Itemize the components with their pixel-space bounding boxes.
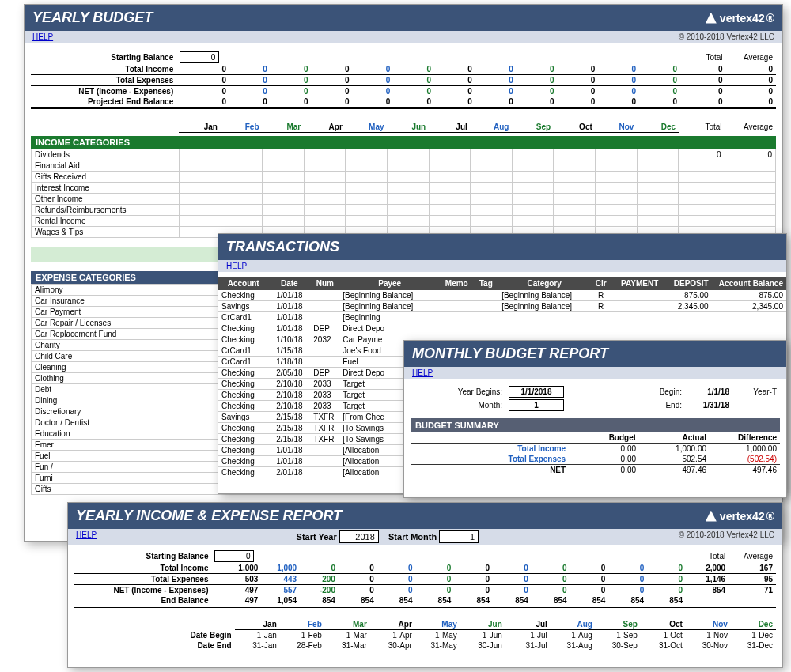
income-category[interactable]: Gifts Received [32,172,180,183]
start-year-input[interactable]: 2018 [339,530,379,543]
budget-summary-header: BUDGET SUMMARY [411,418,780,432]
starting-balance-label: Starting Balance [31,51,176,64]
monthly-title: MONTHLY BUDGET REPORT [412,345,608,362]
yearly-report-sheet: YEARLY INCOME & EXPENSE REPORT vertex42®… [67,502,783,668]
month-input[interactable]: 1 [509,399,564,411]
help-link[interactable]: HELP [404,367,441,379]
help-link[interactable]: HELP [25,31,61,43]
start-month-input[interactable]: 1 [439,530,479,543]
yearly-summary-table: Starting Balance 0 Total Average Total I… [31,51,776,109]
transactions-header: TRANSACTIONS [218,234,786,260]
income-category[interactable]: Other Income [32,194,180,205]
transaction-row[interactable]: Savings1/01/18[Beginning Balance][Beginn… [218,301,786,312]
vertex-logo: vertex42® [706,12,774,25]
transaction-row[interactable]: Checking1/01/18DEPDirect Depo [218,323,786,334]
income-category[interactable]: Rental Income [32,216,180,227]
year-begins-input[interactable]: 1/1/2018 [509,386,564,398]
income-category[interactable]: Interest Income [32,183,180,194]
yearly-report-header: YEARLY INCOME & EXPENSE REPORT vertex42® [68,503,782,529]
yearly-report-summary-table: Starting Balance 0 Total Average Total I… [74,549,776,608]
logo-icon [706,13,717,24]
income-category[interactable]: Refunds/Reimbursements [32,205,180,216]
income-categories-table: Dividends00Financial AidGifts ReceivedIn… [31,149,776,238]
transaction-row[interactable]: CrCard11/01/18[Beginning [218,312,786,323]
help-link[interactable]: HELP [68,529,104,545]
copyright: © 2010-2018 Vertex42 LLC [671,31,782,43]
income-categories-header: INCOME CATEGORIES [31,136,776,149]
help-link[interactable]: HELP [218,260,255,272]
yearly-title: YEARLY BUDGET [32,9,153,26]
income-category[interactable]: Wages & Tips [32,227,180,238]
starting-balance-value[interactable]: 0 [180,51,219,63]
vertex-logo: vertex42® [706,510,774,523]
monthly-header: MONTHLY BUDGET REPORT [404,341,786,367]
transactions-title: TRANSACTIONS [226,239,339,255]
logo-icon [706,511,717,522]
yearly-report-title: YEARLY INCOME & EXPENSE REPORT [76,508,342,524]
copyright: © 2010-2018 Vertex42 LLC [671,529,782,545]
transaction-row[interactable]: Checking1/01/18[Beginning Balance][Begin… [218,290,786,301]
monthly-report-sheet: MONTHLY BUDGET REPORT HELP Year Begins: … [403,340,787,498]
income-category[interactable]: Dividends [32,149,180,160]
income-category[interactable]: Financial Aid [32,160,180,172]
yearly-header: YEARLY BUDGET vertex42® [25,5,782,31]
